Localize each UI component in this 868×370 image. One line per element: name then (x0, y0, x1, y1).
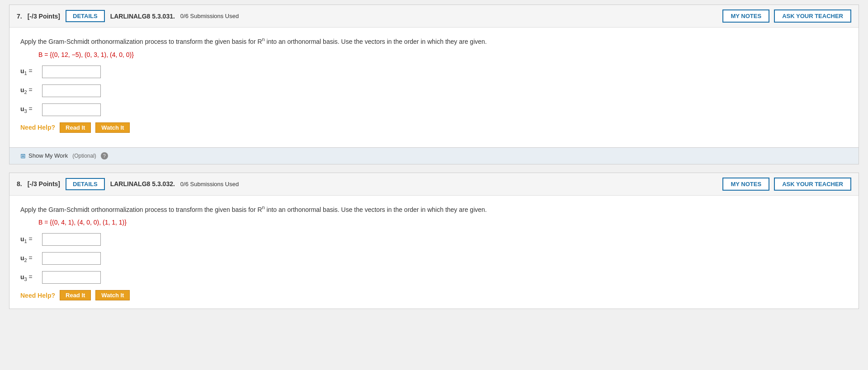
input-label-u2-7: u2 = (20, 86, 38, 95)
input-label-u2-8: u2 = (20, 254, 38, 263)
details-button-8[interactable]: DETAILS (66, 178, 105, 190)
question-points-7: [-/3 Points] (28, 13, 60, 20)
input-label-u1-8: u1 = (20, 235, 38, 244)
show-my-work-7[interactable]: ⊞ Show My Work (Optional) ? (9, 147, 859, 164)
input-u1-8[interactable] (42, 233, 101, 246)
basis-label-8: B = (38, 219, 48, 226)
header-right-7: MY NOTES ASK YOUR TEACHER (722, 9, 851, 23)
need-help-label-7: Need Help? (20, 124, 55, 131)
question-text-7: Apply the Gram-Schmidt orthonormalizatio… (20, 36, 848, 47)
basis-label-7: B = (38, 51, 48, 58)
basis-7: B = {(0, 12, −5), (0, 3, 1), (4, 0, 0)} (38, 51, 848, 58)
input-row-u2-7: u2 = (20, 84, 848, 97)
question-block-7: 7. [-/3 Points] DETAILS LARLINALG8 5.3.0… (9, 5, 859, 164)
need-help-8: Need Help? Read It Watch It (20, 290, 848, 300)
my-notes-button-8[interactable]: MY NOTES (722, 178, 769, 191)
question-body-8: Apply the Gram-Schmidt orthonormalizatio… (9, 196, 859, 309)
question-header-8: 8. [-/3 Points] DETAILS LARLINALG8 5.3.0… (9, 173, 859, 196)
instruction-text-8: Apply the Gram-Schmidt orthonormalizatio… (20, 206, 262, 213)
basis-8: B = {(0, 4, 1), (4, 0, 0), (1, 1, 1)} (38, 219, 848, 226)
watch-it-button-7[interactable]: Watch It (95, 122, 130, 133)
question-header-left-7: 7. [-/3 Points] DETAILS LARLINALG8 5.3.0… (17, 10, 239, 22)
submissions-8: 0/6 Submissions Used (180, 181, 239, 187)
input-label-u3-7: u3 = (20, 105, 38, 114)
watch-it-button-8[interactable]: Watch It (95, 290, 130, 300)
input-u3-8[interactable] (42, 271, 101, 284)
instruction-end-7: into an orthonormal basis. Use the vecto… (265, 38, 487, 45)
input-row-u2-8: u2 = (20, 252, 848, 265)
input-row-u1-8: u1 = (20, 233, 848, 246)
input-row-u1-7: u1 = (20, 66, 848, 78)
my-notes-button-7[interactable]: MY NOTES (722, 9, 769, 23)
question-body-7: Apply the Gram-Schmidt orthonormalizatio… (9, 28, 859, 141)
read-it-button-7[interactable]: Read It (60, 122, 91, 133)
question-points-8: [-/3 Points] (28, 180, 60, 187)
submissions-7: 0/6 Submissions Used (180, 13, 239, 19)
question-number-7: 7. (17, 13, 22, 20)
instruction-text-7: Apply the Gram-Schmidt orthonormalizatio… (20, 38, 262, 45)
input-row-u3-7: u3 = (20, 103, 848, 116)
input-u2-7[interactable] (42, 84, 101, 97)
show-my-work-icon-7: ⊞ (20, 152, 26, 159)
ask-teacher-button-8[interactable]: ASK YOUR TEACHER (774, 178, 851, 191)
question-header-left-8: 8. [-/3 Points] DETAILS LARLINALG8 5.3.0… (17, 178, 239, 190)
question-text-8: Apply the Gram-Schmidt orthonormalizatio… (20, 204, 848, 215)
need-help-label-8: Need Help? (20, 292, 55, 299)
show-my-work-label-7: Show My Work (28, 152, 68, 159)
instruction-end-8: into an orthonormal basis. Use the vecto… (265, 206, 487, 213)
input-u2-8[interactable] (42, 252, 101, 265)
page-container: 7. [-/3 Points] DETAILS LARLINALG8 5.3.0… (0, 0, 868, 322)
read-it-button-8[interactable]: Read It (60, 290, 91, 300)
question-number-8: 8. (17, 180, 22, 187)
question-header-7: 7. [-/3 Points] DETAILS LARLINALG8 5.3.0… (9, 5, 859, 28)
ask-teacher-button-7[interactable]: ASK YOUR TEACHER (774, 9, 851, 23)
input-row-u3-8: u3 = (20, 271, 848, 284)
optional-text-7: (Optional) (72, 153, 96, 159)
input-label-u3-8: u3 = (20, 273, 38, 282)
question-code-7: LARLINALG8 5.3.031. (110, 13, 175, 20)
question-code-8: LARLINALG8 5.3.032. (110, 180, 175, 187)
question-block-8: 8. [-/3 Points] DETAILS LARLINALG8 5.3.0… (9, 173, 859, 309)
input-label-u1-7: u1 = (20, 67, 38, 76)
need-help-7: Need Help? Read It Watch It (20, 122, 848, 133)
header-right-8: MY NOTES ASK YOUR TEACHER (722, 178, 851, 191)
details-button-7[interactable]: DETAILS (66, 10, 105, 22)
basis-value-8: {(0, 4, 1), (4, 0, 0), (1, 1, 1)} (50, 219, 127, 226)
input-u3-7[interactable] (42, 103, 101, 116)
input-u1-7[interactable] (42, 66, 101, 78)
basis-value-7: {(0, 12, −5), (0, 3, 1), (4, 0, 0)} (50, 51, 134, 58)
help-icon-7[interactable]: ? (101, 152, 108, 159)
